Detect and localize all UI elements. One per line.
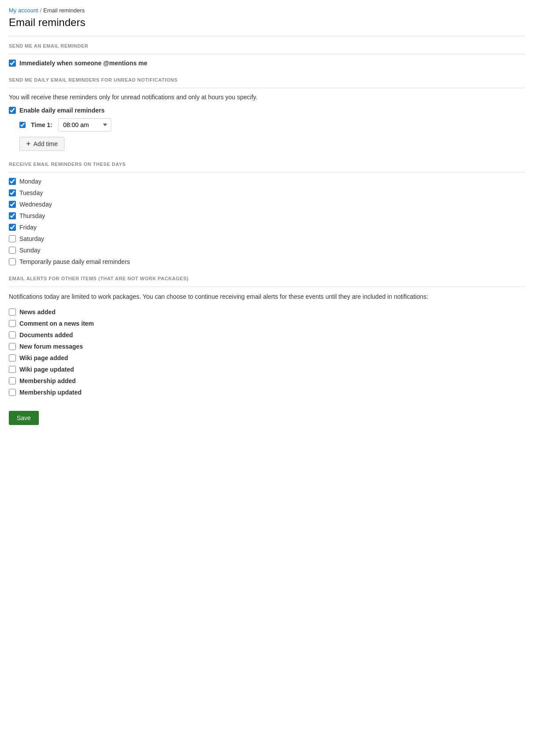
membership-added-checkbox[interactable] (9, 377, 16, 384)
wiki-page-added-label[interactable]: Wiki page added (19, 354, 68, 361)
wiki-page-updated-checkbox[interactable] (9, 366, 16, 373)
breadcrumb-separator: / (40, 7, 41, 14)
tuesday-row: Tuesday (9, 189, 525, 196)
email-alerts-description: Notifications today are limited to work … (9, 292, 525, 301)
enable-daily-row: Enable daily email reminders (9, 107, 525, 114)
saturday-label[interactable]: Saturday (19, 235, 44, 242)
enable-daily-checkbox[interactable] (9, 107, 16, 114)
documents-added-row: Documents added (9, 331, 525, 339)
thursday-checkbox[interactable] (9, 212, 16, 219)
wednesday-checkbox[interactable] (9, 201, 16, 208)
page-title: Email reminders (9, 16, 525, 29)
time1-select[interactable]: 12:00 am01:00 am02:00 am03:00 am04:00 am… (58, 118, 111, 132)
email-reminder-section-title: SEND ME AN EMAIL REMINDER (9, 43, 525, 49)
comment-news-row: Comment on a news item (9, 320, 525, 327)
email-alerts-section: EMAIL ALERTS FOR OTHER ITEMS (THAT ARE N… (9, 276, 525, 396)
receive-days-divider (9, 172, 525, 173)
sunday-row: Sunday (9, 247, 525, 254)
time1-row: Time 1: 12:00 am01:00 am02:00 am03:00 am… (19, 118, 525, 132)
documents-added-label[interactable]: Documents added (19, 331, 73, 339)
pause-row: Temporarily pause daily email reminders (9, 258, 525, 265)
pause-label[interactable]: Temporarily pause daily email reminders (19, 258, 130, 265)
friday-checkbox[interactable] (9, 224, 16, 231)
mentions-checkbox[interactable] (9, 60, 16, 67)
monday-checkbox[interactable] (9, 178, 16, 185)
wednesday-label[interactable]: Wednesday (19, 201, 52, 208)
time1-checkbox[interactable] (19, 122, 26, 128)
news-added-label[interactable]: News added (19, 308, 56, 316)
mentions-row: Immediately when someone @mentions me (9, 60, 525, 67)
forum-messages-row: New forum messages (9, 343, 525, 350)
monday-label[interactable]: Monday (19, 178, 41, 185)
enable-daily-label[interactable]: Enable daily email reminders (19, 107, 105, 114)
mentions-label[interactable]: Immediately when someone @mentions me (19, 60, 147, 67)
saturday-checkbox[interactable] (9, 235, 16, 242)
wiki-page-updated-row: Wiki page updated (9, 366, 525, 373)
plus-icon: + (26, 140, 31, 148)
daily-reminders-description: You will receive these reminders only fo… (9, 94, 525, 101)
email-reminder-divider (9, 54, 525, 54)
breadcrumb: My account / Email reminders (9, 7, 525, 14)
membership-added-row: Membership added (9, 377, 525, 384)
documents-added-checkbox[interactable] (9, 331, 16, 339)
add-time-label: Add time (34, 140, 58, 147)
email-alerts-divider (9, 286, 525, 287)
pause-checkbox[interactable] (9, 258, 16, 265)
membership-updated-checkbox[interactable] (9, 389, 16, 396)
saturday-row: Saturday (9, 235, 525, 242)
news-added-row: News added (9, 308, 525, 316)
membership-added-label[interactable]: Membership added (19, 377, 76, 384)
thursday-row: Thursday (9, 212, 525, 219)
daily-reminders-title: SEND ME DAILY EMAIL REMINDERS FOR UNREAD… (9, 77, 525, 83)
email-reminder-section: SEND ME AN EMAIL REMINDER Immediately wh… (9, 43, 525, 67)
sunday-label[interactable]: Sunday (19, 247, 40, 254)
membership-updated-row: Membership updated (9, 389, 525, 396)
breadcrumb-parent-link[interactable]: My account (9, 7, 38, 14)
comment-news-checkbox[interactable] (9, 320, 16, 327)
tuesday-label[interactable]: Tuesday (19, 189, 43, 196)
time1-label: Time 1: (31, 121, 53, 128)
membership-updated-label[interactable]: Membership updated (19, 389, 82, 396)
wednesday-row: Wednesday (9, 201, 525, 208)
wiki-page-added-checkbox[interactable] (9, 354, 16, 361)
thursday-label[interactable]: Thursday (19, 212, 45, 219)
save-button[interactable]: Save (9, 411, 39, 425)
email-alerts-title: EMAIL ALERTS FOR OTHER ITEMS (THAT ARE N… (9, 276, 525, 281)
daily-reminders-section: SEND ME DAILY EMAIL REMINDERS FOR UNREAD… (9, 77, 525, 151)
receive-days-section: RECEIVE EMAIL REMINDERS ON THESE DAYS Mo… (9, 162, 525, 265)
monday-row: Monday (9, 178, 525, 185)
friday-row: Friday (9, 224, 525, 231)
receive-days-title: RECEIVE EMAIL REMINDERS ON THESE DAYS (9, 162, 525, 167)
news-added-checkbox[interactable] (9, 308, 16, 316)
sunday-checkbox[interactable] (9, 247, 16, 254)
friday-label[interactable]: Friday (19, 224, 37, 231)
tuesday-checkbox[interactable] (9, 189, 16, 196)
wiki-page-updated-label[interactable]: Wiki page updated (19, 366, 74, 373)
add-time-button[interactable]: + Add time (19, 137, 64, 151)
daily-reminders-divider (9, 88, 525, 88)
breadcrumb-current: Email reminders (43, 7, 85, 14)
wiki-page-added-row: Wiki page added (9, 354, 525, 361)
forum-messages-label[interactable]: New forum messages (19, 343, 83, 350)
title-divider (9, 36, 525, 36)
forum-messages-checkbox[interactable] (9, 343, 16, 350)
comment-news-label[interactable]: Comment on a news item (19, 320, 94, 327)
